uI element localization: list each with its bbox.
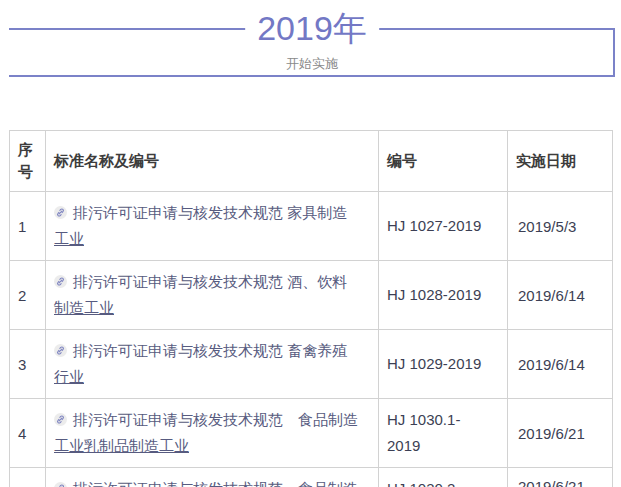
serial-number: 2: [18, 287, 26, 304]
implementation-date-cell: 2019/6/21: [508, 468, 613, 487]
implementation-date-cell: 2019/5/3: [508, 192, 613, 261]
table-row: 1 排污许可证申请与核发技术规范 家具制造工业 HJ 1027-2019 201…: [10, 192, 613, 261]
serial-number-cell: 4: [10, 399, 46, 468]
standard-code: HJ 1030.2-2019: [387, 480, 460, 487]
table-row: 4 排污许可证申请与核发技术规范 食品制造工业乳制品制造工业 HJ 1030.1…: [10, 399, 613, 468]
year-section: 2019年 开始实施: [9, 28, 615, 77]
serial-number-cell: 5: [10, 468, 46, 487]
implementation-date: 2019/5/3: [518, 218, 576, 235]
serial-number: 3: [18, 356, 26, 373]
standard-name-line2: 工业: [54, 230, 84, 247]
link-icon: [54, 408, 67, 421]
column-header-serial: 序号: [10, 131, 46, 192]
link-icon: [54, 270, 67, 283]
standard-link[interactable]: 排污许可证申请与核发技术规范 食品制造工业乳制品制造工业: [54, 411, 358, 454]
standard-code-cell: HJ 1028-2019: [379, 261, 508, 330]
standard-name-line1: 排污许可证申请与核发技术规范 酒、饮料: [73, 273, 347, 290]
standard-link[interactable]: 排污许可证申请与核发技术规范 酒、饮料制造工业: [54, 273, 347, 316]
column-header-date: 实施日期: [508, 131, 613, 192]
implementation-date-cell: 2019/6/14: [508, 330, 613, 399]
standard-name-cell: 排污许可证申请与核发技术规范 酒、饮料制造工业: [46, 261, 379, 330]
standard-code-cell: HJ 1030.1-2019: [379, 399, 508, 468]
year-title: 2019年: [245, 6, 379, 50]
standard-link[interactable]: 排污许可证申请与核发技术规范 家具制造工业: [54, 204, 347, 247]
standard-code: HJ 1030.1-2019: [387, 411, 460, 454]
standard-name-line2: 工业乳制品制造工业: [54, 437, 189, 454]
column-header-code: 编号: [379, 131, 508, 192]
standard-name-line1: 排污许可证申请与核发技术规范 家具制造: [73, 204, 347, 221]
standard-code: HJ 1028-2019: [387, 286, 481, 303]
standards-table: 序号 标准名称及编号 编号 实施日期 1 排污许可证申请与核发技术规范 家具制造…: [9, 130, 613, 487]
serial-number-cell: 1: [10, 192, 46, 261]
standard-name-cell: 排污许可证申请与核发技术规范 食品制造工业乳制品制造工业: [46, 399, 379, 468]
column-header-standard-name: 标准名称及编号: [46, 131, 379, 192]
serial-number-cell: 3: [10, 330, 46, 399]
serial-number: 1: [18, 218, 26, 235]
standard-name-line1: 排污许可证申请与核发技术规范 食品制造: [73, 411, 358, 428]
standard-link[interactable]: 排污许可证申请与核发技术规范 食品制造工业—调味品、发酵制品制造工业: [54, 480, 358, 487]
standard-name-cell: 排污许可证申请与核发技术规范 家具制造工业: [46, 192, 379, 261]
table-row: 3 排污许可证申请与核发技术规范 畜禽养殖行业 HJ 1029-2019 201…: [10, 330, 613, 399]
implementation-date: 2019/6/21: [518, 425, 585, 442]
table-row: 2 排污许可证申请与核发技术规范 酒、饮料制造工业 HJ 1028-2019 2…: [10, 261, 613, 330]
standard-code-cell: HJ 1029-2019: [379, 330, 508, 399]
standard-link[interactable]: 排污许可证申请与核发技术规范 畜禽养殖行业: [54, 342, 347, 385]
standard-name-line1: 排污许可证申请与核发技术规范 食品制造: [73, 480, 358, 487]
implementation-date-cell: 2019/6/14: [508, 261, 613, 330]
year-subtitle: 开始实施: [9, 55, 615, 73]
table-body: 1 排污许可证申请与核发技术规范 家具制造工业 HJ 1027-2019 201…: [10, 192, 613, 487]
standard-code-cell: HJ 1027-2019: [379, 192, 508, 261]
implementation-date: 2019/6/14: [518, 287, 585, 304]
standard-name-cell: 排污许可证申请与核发技术规范 食品制造工业—调味品、发酵制品制造工业: [46, 468, 379, 487]
serial-number-cell: 2: [10, 261, 46, 330]
implementation-date: 2019/6/21: [518, 478, 585, 487]
serial-number: 4: [18, 425, 26, 442]
link-icon: [54, 201, 67, 214]
link-icon: [54, 339, 67, 352]
table-header-row: 序号 标准名称及编号 编号 实施日期: [10, 131, 613, 192]
standard-code: HJ 1029-2019: [387, 355, 481, 372]
link-icon: [54, 477, 67, 487]
standard-name-line2: 行业: [54, 368, 84, 385]
standard-code: HJ 1027-2019: [387, 217, 481, 234]
standard-name-line1: 排污许可证申请与核发技术规范 畜禽养殖: [73, 342, 347, 359]
standard-name-line2: 制造工业: [54, 299, 114, 316]
standard-code-cell: HJ 1030.2-2019: [379, 468, 508, 487]
standard-name-cell: 排污许可证申请与核发技术规范 畜禽养殖行业: [46, 330, 379, 399]
table-row: 5 排污许可证申请与核发技术规范 食品制造工业—调味品、发酵制品制造工业 HJ …: [10, 468, 613, 487]
implementation-date-cell: 2019/6/21: [508, 399, 613, 468]
implementation-date: 2019/6/14: [518, 356, 585, 373]
